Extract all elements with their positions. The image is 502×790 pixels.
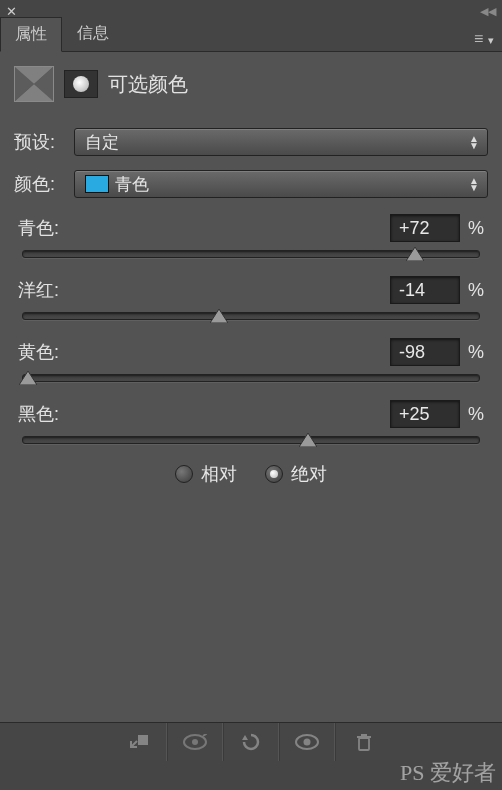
percent-sign: % xyxy=(468,404,484,425)
cyan-thumb[interactable] xyxy=(406,247,424,261)
panel-menu-button[interactable]: ▾ xyxy=(474,30,494,48)
svg-marker-5 xyxy=(210,309,228,323)
collapse-icon[interactable]: ◀◀ xyxy=(480,5,496,18)
magenta-thumb[interactable] xyxy=(210,309,228,323)
slider-cyan: 青色: % xyxy=(14,214,488,258)
cyan-label: 青色: xyxy=(18,216,59,240)
magenta-label: 洋红: xyxy=(18,278,59,302)
black-track[interactable] xyxy=(22,436,480,444)
percent-sign: % xyxy=(468,280,484,301)
selective-color-icon xyxy=(14,66,54,102)
color-swatch xyxy=(85,175,109,193)
absolute-label: 绝对 xyxy=(291,462,327,486)
color-label: 颜色: xyxy=(14,172,64,196)
preset-label: 预设: xyxy=(14,130,64,154)
black-label: 黑色: xyxy=(18,402,59,426)
svg-line-11 xyxy=(203,734,207,736)
mask-icon xyxy=(73,76,89,92)
sliders-group: 青色: % 洋红: % xyxy=(14,214,488,444)
tab-bar: 属性 信息 ▾ xyxy=(0,22,502,52)
preset-value: 自定 xyxy=(85,131,119,154)
menu-icon xyxy=(474,30,488,48)
radio-icon xyxy=(175,465,193,483)
watermark: PS 爱好者 xyxy=(400,758,496,788)
svg-marker-6 xyxy=(19,371,37,385)
yellow-label: 黄色: xyxy=(18,340,59,364)
svg-rect-17 xyxy=(361,734,367,736)
preset-select[interactable]: 自定 ▲▼ xyxy=(74,128,488,156)
stepper-arrows-icon: ▲▼ xyxy=(469,135,479,149)
radio-relative[interactable]: 相对 xyxy=(175,462,237,486)
adjustment-header: 可选颜色 xyxy=(14,66,488,102)
magenta-track[interactable] xyxy=(22,312,480,320)
color-value: 青色 xyxy=(115,173,149,196)
black-input[interactable] xyxy=(390,400,460,428)
yellow-input[interactable] xyxy=(390,338,460,366)
mask-button[interactable] xyxy=(64,70,98,98)
percent-sign: % xyxy=(468,342,484,363)
adjustment-title: 可选颜色 xyxy=(108,71,188,98)
slider-yellow: 黄色: % xyxy=(14,338,488,382)
preset-row: 预设: 自定 ▲▼ xyxy=(14,128,488,156)
svg-rect-15 xyxy=(359,738,369,750)
svg-marker-7 xyxy=(299,433,317,447)
delete-button[interactable] xyxy=(335,723,391,761)
clip-to-layer-button[interactable] xyxy=(111,723,167,761)
svg-point-10 xyxy=(192,739,198,745)
cyan-track[interactable] xyxy=(22,250,480,258)
toggle-visibility-button[interactable] xyxy=(279,723,335,761)
stepper-arrows-icon: ▲▼ xyxy=(469,177,479,191)
radio-icon xyxy=(265,465,283,483)
color-row: 颜色: 青色 ▲▼ xyxy=(14,170,488,198)
svg-rect-16 xyxy=(357,736,371,738)
magenta-input[interactable] xyxy=(390,276,460,304)
reset-button[interactable] xyxy=(223,723,279,761)
slider-magenta: 洋红: % xyxy=(14,276,488,320)
svg-marker-4 xyxy=(406,247,424,261)
svg-marker-12 xyxy=(242,735,248,740)
mode-radio-group: 相对 绝对 xyxy=(14,462,488,486)
radio-absolute[interactable]: 绝对 xyxy=(265,462,327,486)
slider-black: 黑色: % xyxy=(14,400,488,444)
svg-rect-8 xyxy=(138,735,148,745)
color-select[interactable]: 青色 ▲▼ xyxy=(74,170,488,198)
percent-sign: % xyxy=(468,218,484,239)
svg-point-14 xyxy=(304,738,311,745)
relative-label: 相对 xyxy=(201,462,237,486)
cyan-input[interactable] xyxy=(390,214,460,242)
yellow-thumb[interactable] xyxy=(19,371,37,385)
yellow-track[interactable] xyxy=(22,374,480,382)
view-previous-button[interactable] xyxy=(167,723,223,761)
tab-properties[interactable]: 属性 xyxy=(0,17,62,52)
panel-footer xyxy=(0,722,502,760)
tab-info[interactable]: 信息 xyxy=(62,16,124,51)
black-thumb[interactable] xyxy=(299,433,317,447)
properties-panel: 可选颜色 预设: 自定 ▲▼ 颜色: 青色 ▲▼ 青色: % xyxy=(0,52,502,760)
